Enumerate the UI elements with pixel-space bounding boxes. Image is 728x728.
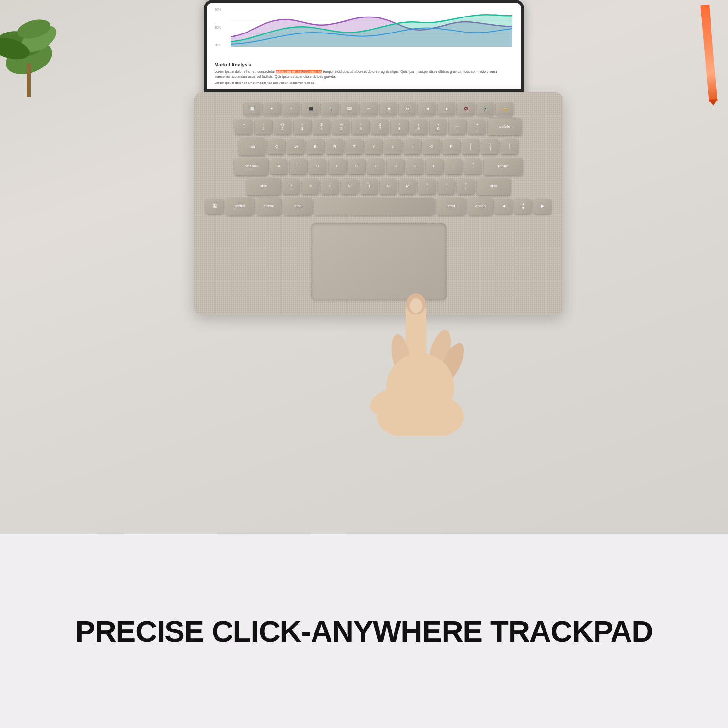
- bottom-section: PRECISE CLICK-ANYWHERE TRACKPAD: [0, 534, 728, 728]
- key-bracket-close[interactable]: }]: [481, 139, 499, 154]
- keyboard-folio: ⬜ ✦ ✧ ⬛ 🔍 ⌨ ↩ ⏮ ⏭ ◀ ▶ 🔇 🔈 🔒: [194, 92, 563, 315]
- fn-key-row: ⬜ ✦ ✧ ⬛ 🔍 ⌨ ↩ ⏮ ⏭ ◀ ▶ 🔇 🔈 🔒: [206, 102, 551, 116]
- key-n[interactable]: N: [380, 179, 397, 194]
- key-arrow-right[interactable]: ▶: [534, 199, 551, 214]
- key-2[interactable]: @2: [274, 119, 292, 134]
- key-cmd-left[interactable]: cmd: [283, 198, 313, 215]
- key-f7[interactable]: ⏮: [380, 102, 397, 116]
- key-tab[interactable]: tab: [239, 138, 266, 155]
- key-option-right[interactable]: option: [468, 198, 493, 215]
- key-comma[interactable]: <,: [418, 179, 436, 194]
- key-a[interactable]: A: [270, 159, 288, 174]
- key-minus[interactable]: _-: [449, 119, 466, 134]
- svg-rect-5: [27, 63, 31, 97]
- key-f12[interactable]: 🔈: [477, 102, 494, 116]
- key-8[interactable]: *8: [391, 119, 408, 134]
- modifier-key-row: ⌘ control option cmd cmd option ◀ ▲▼ ▶: [206, 198, 551, 215]
- screen-title: Market Analysis: [215, 62, 513, 67]
- key-5[interactable]: %5: [332, 119, 350, 134]
- key-f[interactable]: F: [329, 159, 346, 174]
- zxcv-key-row: shift Z X C V B N M <, >. ?/ shift: [206, 178, 551, 195]
- key-delete[interactable]: delete: [488, 118, 522, 135]
- headline: PRECISE CLICK-ANYWHERE TRACKPAD: [75, 614, 653, 648]
- chart-area: 60% 40% 20%: [215, 8, 513, 56]
- key-lock[interactable]: 🔒: [496, 102, 513, 116]
- key-9[interactable]: (9: [410, 119, 428, 134]
- key-l[interactable]: L: [426, 159, 443, 174]
- key-f9[interactable]: ◀: [418, 102, 436, 116]
- screen-lorem-2: Lorem ipsum dolor sit amet maecenas accu…: [215, 81, 513, 85]
- key-equals[interactable]: +=: [468, 119, 486, 134]
- ipad-area: 60% 40% 20%: [194, 0, 534, 315]
- key-u[interactable]: U: [384, 139, 402, 154]
- svg-rect-33: [396, 402, 445, 436]
- key-e[interactable]: E: [307, 139, 324, 154]
- key-f5[interactable]: ⌨: [341, 102, 358, 116]
- key-f1[interactable]: ✦: [263, 102, 281, 116]
- key-arrow-left[interactable]: ◀: [495, 199, 513, 214]
- key-f6[interactable]: ↩: [360, 102, 378, 116]
- key-g[interactable]: G: [348, 159, 365, 174]
- key-1[interactable]: !1: [255, 119, 272, 134]
- top-section: 60% 40% 20%: [0, 0, 728, 534]
- key-c[interactable]: C: [321, 179, 339, 194]
- key-option-left[interactable]: option: [256, 198, 281, 215]
- key-b[interactable]: B: [360, 179, 378, 194]
- key-p[interactable]: P: [443, 139, 460, 154]
- key-f8[interactable]: ⏭: [399, 102, 416, 116]
- screen-lorem: Lorem ipsum dolor sit amet, consectetur …: [215, 69, 513, 79]
- key-7[interactable]: &7: [371, 119, 389, 134]
- key-i[interactable]: I: [404, 139, 421, 154]
- key-cmd-right[interactable]: cmd: [437, 198, 466, 215]
- key-h[interactable]: H: [367, 159, 385, 174]
- key-f3[interactable]: ⬛: [302, 102, 319, 116]
- key-f2[interactable]: ✧: [282, 102, 300, 116]
- asdf-key-row: caps lock A S D F G H J K L :; "' return: [206, 158, 551, 175]
- key-backslash[interactable]: |\: [501, 139, 518, 154]
- key-semicolon[interactable]: :;: [445, 159, 463, 174]
- key-f11[interactable]: 🔇: [457, 102, 475, 116]
- key-3[interactable]: #3: [294, 119, 311, 134]
- key-f10[interactable]: ▶: [438, 102, 455, 116]
- trackpad[interactable]: [311, 223, 447, 300]
- ipad-screen: 60% 40% 20%: [207, 3, 521, 89]
- key-w[interactable]: W: [287, 139, 305, 154]
- key-globe[interactable]: ⌘: [206, 199, 223, 214]
- key-o[interactable]: O: [423, 139, 441, 154]
- key-period[interactable]: >.: [438, 179, 455, 194]
- key-slash[interactable]: ?/: [457, 179, 475, 194]
- key-shift-left[interactable]: shift: [247, 178, 281, 195]
- key-arrow-up-down[interactable]: ▲▼: [514, 199, 532, 214]
- key-bracket-open[interactable]: {[: [462, 139, 480, 154]
- key-t[interactable]: T: [346, 139, 363, 154]
- key-backtick[interactable]: ~`: [235, 119, 253, 134]
- key-d[interactable]: D: [309, 159, 327, 174]
- key-escape[interactable]: ⬜: [244, 102, 261, 116]
- key-control[interactable]: control: [225, 198, 254, 215]
- key-return[interactable]: return: [484, 158, 523, 175]
- chart-y-labels: 60% 40% 20%: [215, 8, 221, 47]
- key-capslock[interactable]: caps lock: [234, 158, 268, 175]
- key-shift-right[interactable]: shift: [477, 178, 511, 195]
- key-r[interactable]: R: [326, 139, 344, 154]
- pencil-decoration: [700, 5, 717, 102]
- key-0[interactable]: )0: [430, 119, 447, 134]
- key-x[interactable]: X: [302, 179, 319, 194]
- key-s[interactable]: S: [290, 159, 307, 174]
- key-v[interactable]: V: [341, 179, 358, 194]
- key-k[interactable]: K: [406, 159, 424, 174]
- hand-svg: [326, 251, 510, 436]
- key-4[interactable]: $4: [313, 119, 331, 134]
- key-q[interactable]: Q: [268, 139, 285, 154]
- key-6[interactable]: ^6: [352, 119, 369, 134]
- svg-point-28: [410, 298, 422, 313]
- keyboard-rows: ⬜ ✦ ✧ ⬛ 🔍 ⌨ ↩ ⏮ ⏭ ◀ ▶ 🔇 🔈 🔒: [206, 102, 551, 215]
- key-z[interactable]: Z: [282, 179, 300, 194]
- key-quote[interactable]: "': [464, 159, 482, 174]
- chart-svg: Jan Feb Mar Apr May Jun Jul Aug: [229, 8, 513, 47]
- key-f4[interactable]: 🔍: [321, 102, 339, 116]
- key-space[interactable]: [314, 198, 435, 215]
- key-j[interactable]: J: [387, 159, 404, 174]
- key-m[interactable]: M: [399, 179, 416, 194]
- key-y[interactable]: Y: [365, 139, 382, 154]
